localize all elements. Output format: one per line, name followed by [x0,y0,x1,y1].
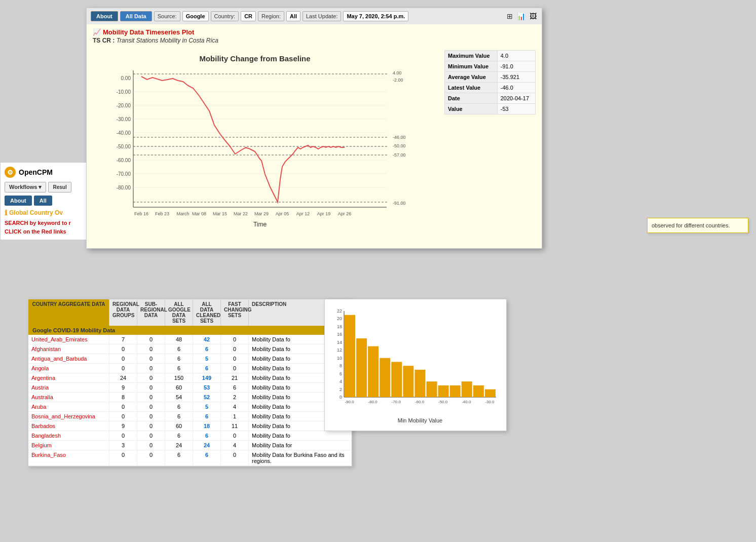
country-cell[interactable]: Afghanistan [28,344,109,354]
bar [403,366,413,397]
about-button[interactable]: About [91,11,118,21]
country-value: CR [241,11,256,21]
col-head-regional: REGIONAL DATA GROUPS [109,299,137,326]
subregional-cell: 0 [137,373,165,382]
bar [391,362,402,397]
sidebar-logo: ⚙ OpenCPM [5,167,97,178]
subregional-cell: 0 [137,335,165,344]
subregional-cell: 0 [137,354,165,363]
svg-text:0: 0 [339,395,342,400]
chart-title-link[interactable]: 📈 Mobility Data Timeseries Plot [93,28,536,36]
country-cell[interactable]: Bosnia_and_Herzegovina [28,412,109,421]
allgoogle-cell: 48 [165,335,193,344]
sidebar-info-link[interactable]: ℹ Global Country Ov [5,209,97,217]
regional-cell: 9 [109,383,137,392]
allgoogle-cell: 6 [165,412,193,421]
sidebar-info-text1: SEARCH by keyword to r CLICK on the Red … [5,219,97,236]
svg-text:8: 8 [339,363,342,368]
bar [427,381,437,397]
data-section-title: Google COVID-19 Mobility Data [28,326,352,335]
chart-title: Mobility Data Timeseries Plot [103,28,194,36]
stats-table: Maximum Value4.0Minimum Value-91.0Averag… [444,50,536,114]
regional-cell: 8 [109,393,137,402]
country-cell[interactable]: Antigua_and_Barbuda [28,354,109,363]
grid-icon-button[interactable]: ⊞ [506,11,514,21]
workflows-button[interactable]: Workflows ▾ [5,182,46,192]
svg-text:Mar 29: Mar 29 [254,211,269,216]
main-chart-svg: Mobility Change from Baseline 0.00 -10.0… [93,50,417,243]
regional-cell: 0 [109,402,137,411]
country-cell[interactable]: Angola [28,364,109,373]
table-row: Burkina_Faso 0 0 6 6 0 Mobility Data for… [28,450,352,466]
allgoogle-cell: 6 [165,344,193,354]
cleaned-cell: 5 [193,402,221,411]
sidebar-info-title: Global Country Ov [9,209,63,216]
svg-text:0.00: 0.00 [121,75,131,81]
stats-label: Average Value [445,72,498,83]
table-row: Barbados 9 0 60 18 11 Mobility Data fo [28,421,352,431]
subregional-cell: 0 [137,383,165,392]
country-cell[interactable]: Burkina_Faso [28,450,109,466]
svg-text:-80.00: -80.00 [117,185,131,190]
image-icon-button[interactable]: 🖼 [528,11,538,21]
svg-text:-46.00: -46.00 [393,135,406,140]
allgoogle-cell: 6 [165,431,193,440]
country-cell[interactable]: Belgium [28,441,109,450]
regional-cell: 3 [109,441,137,450]
cleaned-cell: 53 [193,383,221,392]
col-head-allgoogle: ALL GOOGLE DATA SETS [165,299,193,326]
fast-cell: 0 [221,335,249,344]
bar [414,370,425,397]
regional-cell: 9 [109,421,137,431]
chart-svg-wrap: Mobility Change from Baseline 0.00 -10.0… [93,50,438,244]
cleaned-cell: 149 [193,373,221,382]
svg-text:-60.00: -60.00 [117,158,131,163]
country-cell[interactable]: Argentina [28,373,109,382]
subregional-cell: 0 [137,441,165,450]
fast-cell: 2 [221,393,249,402]
svg-text:10: 10 [337,356,342,361]
svg-text:22: 22 [337,308,342,314]
svg-text:March: March [176,211,189,216]
cleaned-cell: 18 [193,421,221,431]
regional-cell: 0 [109,450,137,466]
country-cell[interactable]: Bangladesh [28,431,109,440]
svg-text:Feb 16: Feb 16 [134,211,148,216]
chart-icon-button[interactable]: 📊 [516,11,526,21]
svg-text:Mar 22: Mar 22 [234,211,248,216]
sidebar-about-button[interactable]: About [5,196,32,206]
svg-text:-10.00: -10.00 [117,89,131,95]
stats-row: Average Value-35.921 [445,72,536,83]
bar-chart-x-tick: -60.0 [415,400,425,404]
bar [450,385,461,397]
table-row: Angola 0 0 6 6 0 Mobility Data fo [28,364,352,373]
all-data-button[interactable]: All Data [120,11,152,21]
country-cell[interactable]: Australia [28,393,109,402]
stats-label: Latest Value [445,83,498,93]
main-panel: About All Data Source: Google Country: C… [86,8,542,249]
stats-row: Latest Value-46.0 [445,83,536,93]
subregional-cell: 0 [137,402,165,411]
svg-text:-20.00: -20.00 [117,103,131,108]
allgoogle-cell: 6 [165,364,193,373]
stats-row: Value-53 [445,104,536,114]
sidebar-info: ℹ Global Country Ov SEARCH by keyword to… [5,209,97,236]
country-cell[interactable]: Barbados [28,421,109,431]
stats-value: -53 [497,104,535,114]
subregional-cell: 0 [137,364,165,373]
country-label: Country: [211,11,239,21]
results-button[interactable]: Resul [48,182,71,192]
stats-label: Maximum Value [445,51,498,61]
subregional-cell: 0 [137,393,165,402]
bar-chart-x-tick: -50.0 [438,400,448,404]
subregional-cell: 0 [137,344,165,354]
country-cell[interactable]: Aruba [28,402,109,411]
svg-text:Apr 05: Apr 05 [276,211,289,216]
svg-text:4.00: 4.00 [393,70,402,75]
country-cell[interactable]: United_Arab_Emirates [28,335,109,344]
table-row: Australia 8 0 54 52 2 Mobility Data fo [28,393,352,402]
country-cell[interactable]: Austria [28,383,109,392]
sidebar-all-button[interactable]: All [34,196,52,206]
svg-text:-40.00: -40.00 [117,130,131,136]
last-update-label: Last Update: [303,11,341,21]
